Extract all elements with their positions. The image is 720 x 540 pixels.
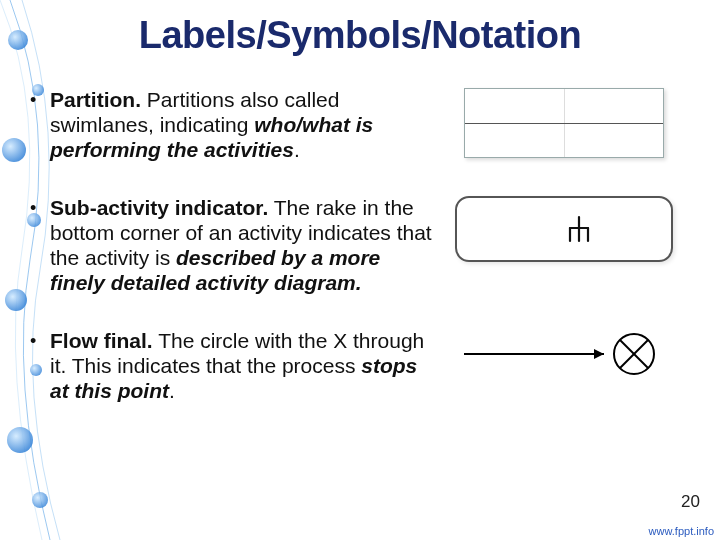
bullet-text: • Sub-activity indicator. The rake in th… (30, 196, 436, 295)
page-number: 20 (681, 492, 700, 512)
bullet-marker: • (30, 196, 50, 295)
bullet-marker: • (30, 88, 50, 162)
bullet-body: Sub-activity indicator. The rake in the … (50, 196, 436, 295)
flow-final-icon (454, 329, 674, 379)
bullet-row-subactivity: • Sub-activity indicator. The rake in th… (30, 196, 690, 295)
bullet-body: Flow final. The circle with the X throug… (50, 329, 436, 403)
svg-marker-14 (594, 349, 604, 359)
footer-attribution: www.fppt.info (649, 525, 714, 537)
bullet-row-partition: • Partition. Partitions also called swim… (30, 88, 690, 162)
bullet-marker: • (30, 329, 50, 403)
rake-icon (566, 215, 592, 243)
diagram-flowfinal (454, 329, 674, 379)
svg-point-2 (2, 138, 26, 162)
slide-title: Labels/Symbols/Notation (0, 14, 720, 57)
bullet-term: Partition. (50, 88, 141, 111)
bullet-body: Partition. Partitions also called swimla… (50, 88, 436, 162)
bullet-text: • Flow final. The circle with the X thro… (30, 329, 436, 403)
bullet-term: Sub-activity indicator. (50, 196, 268, 219)
svg-point-6 (7, 427, 33, 453)
subactivity-box-icon (455, 196, 673, 262)
slide-content: • Partition. Partitions also called swim… (30, 88, 690, 404)
bullet-tail: . (169, 379, 175, 402)
partition-table-icon (464, 88, 664, 158)
bullet-tail: . (294, 138, 300, 161)
diagram-subactivity (454, 196, 674, 262)
svg-point-7 (32, 492, 48, 508)
bullet-term: Flow final. (50, 329, 153, 352)
svg-point-4 (5, 289, 27, 311)
bullet-row-flowfinal: • Flow final. The circle with the X thro… (30, 329, 690, 403)
bullet-text: • Partition. Partitions also called swim… (30, 88, 436, 162)
diagram-partition (454, 88, 674, 158)
